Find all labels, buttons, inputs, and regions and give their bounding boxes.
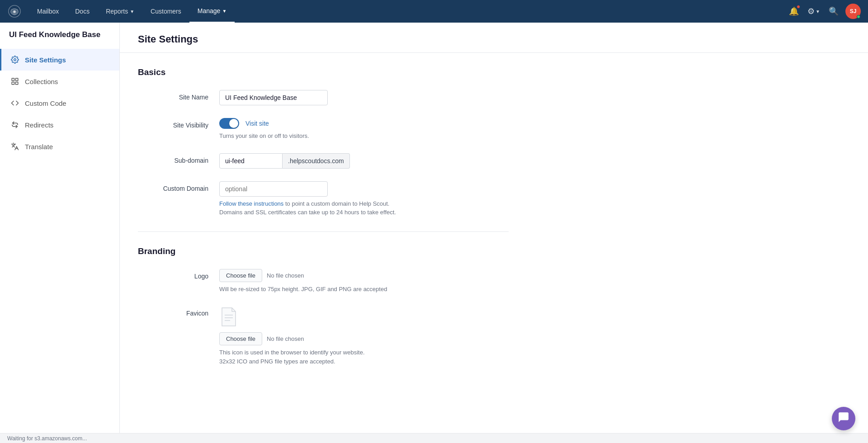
notifications-button[interactable]: 🔔 bbox=[786, 3, 802, 19]
gear-icon: ⚙ bbox=[807, 6, 815, 16]
custom-domain-helper: Follow these instructions to point a cus… bbox=[219, 199, 509, 217]
logo-row: Logo Choose file No file chosen Will be … bbox=[138, 269, 509, 294]
basics-heading: Basics bbox=[138, 67, 509, 77]
top-navigation: Mailbox Docs Reports ▼ Customers Manage … bbox=[0, 0, 868, 23]
nav-links: Mailbox Docs Reports ▼ Customers Manage … bbox=[29, 0, 786, 23]
chat-icon bbox=[838, 411, 849, 426]
site-visibility-label: Site Visibility bbox=[138, 118, 219, 129]
site-visibility-toggle[interactable] bbox=[219, 118, 239, 129]
logo-control: Choose file No file chosen Will be re-si… bbox=[219, 269, 509, 294]
logo-choose-file-button[interactable]: Choose file bbox=[219, 269, 262, 282]
helper-text-2: Domains and SSL certificates can take up… bbox=[219, 209, 396, 216]
svg-point-2 bbox=[14, 59, 16, 61]
follow-instructions-link[interactable]: Follow these instructions bbox=[219, 200, 283, 207]
toggle-knob bbox=[229, 119, 238, 128]
branding-heading: Branding bbox=[138, 246, 509, 256]
settings-icon bbox=[10, 55, 19, 64]
site-name-control bbox=[219, 90, 509, 105]
chevron-down-icon: ▼ bbox=[130, 9, 134, 14]
status-text: Waiting for s3.amazonaws.com... bbox=[7, 435, 87, 442]
visit-site-link[interactable]: Visit site bbox=[245, 120, 269, 127]
subdomain-control: .helpscoutdocs.com bbox=[219, 153, 509, 169]
subdomain-row: Sub-domain .helpscoutdocs.com bbox=[138, 153, 509, 169]
logo-file-wrap: Choose file No file chosen bbox=[219, 269, 509, 282]
search-icon: 🔍 bbox=[829, 6, 839, 16]
content-area: Site Settings Basics Site Name Site Visi… bbox=[120, 23, 868, 433]
sidebar-item-label: Collections bbox=[25, 78, 58, 85]
logo-helper-text: Will be re-sized to 75px height. JPG, GI… bbox=[219, 285, 509, 294]
sidebar-item-site-settings[interactable]: Site Settings bbox=[0, 49, 119, 71]
chevron-down-icon: ▼ bbox=[816, 9, 820, 14]
helper-suffix-text: to point a custom domain to Help Scout. bbox=[285, 200, 390, 207]
main-layout: UI Feed Knowledge Base Site Settings bbox=[0, 23, 868, 433]
settings-content: Basics Site Name Site Visibility Visit s… bbox=[120, 53, 527, 393]
search-button[interactable]: 🔍 bbox=[826, 3, 842, 19]
svg-rect-3 bbox=[12, 78, 14, 80]
favicon-label: Favicon bbox=[138, 306, 219, 317]
section-divider bbox=[138, 231, 509, 232]
logo-label: Logo bbox=[138, 269, 219, 280]
custom-domain-row: Custom Domain Follow these instructions … bbox=[138, 181, 509, 217]
collections-icon bbox=[10, 77, 19, 86]
notification-badge bbox=[797, 5, 800, 9]
svg-rect-5 bbox=[12, 82, 14, 85]
subdomain-input[interactable] bbox=[219, 153, 283, 169]
sidebar-item-label: Site Settings bbox=[25, 56, 66, 64]
nav-mailbox[interactable]: Mailbox bbox=[29, 0, 67, 23]
user-avatar[interactable]: SJ bbox=[845, 4, 861, 19]
sidebar-item-label: Redirects bbox=[25, 121, 53, 129]
nav-docs[interactable]: Docs bbox=[67, 0, 98, 23]
favicon-choose-file-button[interactable]: Choose file bbox=[219, 332, 262, 345]
custom-domain-control: Follow these instructions to point a cus… bbox=[219, 181, 509, 217]
online-indicator bbox=[857, 15, 860, 19]
visibility-toggle-row: Visit site bbox=[219, 118, 509, 129]
favicon-file-wrap: Choose file No file chosen bbox=[219, 332, 509, 345]
nav-manage[interactable]: Manage ▼ bbox=[189, 0, 235, 23]
nav-right-actions: 🔔 ⚙ ▼ 🔍 SJ bbox=[786, 3, 861, 19]
sidebar-item-redirects[interactable]: Redirects bbox=[0, 114, 119, 136]
site-name-row: Site Name bbox=[138, 90, 509, 105]
nav-customers[interactable]: Customers bbox=[142, 0, 189, 23]
nav-reports[interactable]: Reports ▼ bbox=[98, 0, 142, 23]
subdomain-wrap: .helpscoutdocs.com bbox=[219, 153, 509, 169]
site-visibility-control: Visit site Turns your site on or off to … bbox=[219, 118, 509, 141]
custom-domain-input[interactable] bbox=[219, 181, 328, 197]
sidebar-item-label: Custom Code bbox=[25, 99, 66, 107]
subdomain-suffix: .helpscoutdocs.com bbox=[283, 153, 350, 169]
favicon-row: Favicon Choose file No file chose bbox=[138, 306, 509, 366]
redirects-icon bbox=[10, 120, 19, 129]
sidebar-site-name: UI Feed Knowledge Base bbox=[0, 30, 119, 49]
visibility-helper-text: Turns your site on or off to visitors. bbox=[219, 132, 509, 141]
sidebar: UI Feed Knowledge Base Site Settings bbox=[0, 23, 120, 433]
sidebar-item-custom-code[interactable]: Custom Code bbox=[0, 92, 119, 114]
site-visibility-row: Site Visibility Visit site Turns your si… bbox=[138, 118, 509, 141]
site-name-label: Site Name bbox=[138, 90, 219, 101]
page-title: Site Settings bbox=[138, 33, 850, 45]
translate-icon bbox=[10, 142, 19, 151]
site-name-input[interactable] bbox=[219, 90, 328, 105]
sidebar-item-label: Translate bbox=[25, 143, 53, 151]
app-logo[interactable] bbox=[7, 4, 22, 19]
custom-domain-label: Custom Domain bbox=[138, 181, 219, 192]
page-header: Site Settings bbox=[120, 23, 868, 53]
svg-point-1 bbox=[13, 10, 15, 13]
logo-no-file-text: No file chosen bbox=[267, 272, 304, 279]
sidebar-navigation: Site Settings Collections bbox=[0, 49, 119, 157]
favicon-control: Choose file No file chosen This icon is … bbox=[219, 306, 509, 366]
sidebar-item-translate[interactable]: Translate bbox=[0, 136, 119, 157]
subdomain-label: Sub-domain bbox=[138, 153, 219, 164]
favicon-helper-text: This icon is used in the browser to iden… bbox=[219, 348, 509, 366]
settings-button[interactable]: ⚙ ▼ bbox=[806, 3, 822, 19]
code-icon bbox=[10, 99, 19, 108]
status-bar: Waiting for s3.amazonaws.com... bbox=[0, 433, 868, 443]
favicon-no-file-text: No file chosen bbox=[267, 335, 304, 342]
sidebar-item-collections[interactable]: Collections bbox=[0, 71, 119, 92]
chat-bubble-button[interactable] bbox=[832, 407, 855, 430]
favicon-preview bbox=[219, 306, 238, 328]
svg-rect-4 bbox=[16, 78, 18, 80]
chevron-down-icon: ▼ bbox=[222, 9, 226, 14]
svg-rect-6 bbox=[16, 82, 18, 85]
